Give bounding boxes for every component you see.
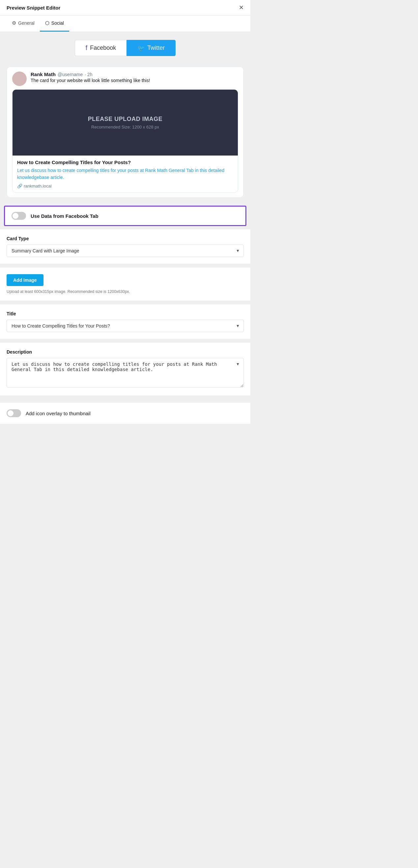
upload-placeholder-text: PLEASE UPLOAD IMAGE — [88, 116, 163, 123]
title-input[interactable] — [7, 320, 244, 332]
description-input-wrapper: ▼ — [7, 358, 244, 389]
use-facebook-data-label: Use Data from Facebook Tab — [31, 213, 98, 219]
use-facebook-data-row: Use Data from Facebook Tab — [4, 206, 246, 226]
add-icon-overlay-toggle[interactable] — [7, 409, 21, 417]
toggle-slider — [11, 212, 26, 220]
description-label: Description — [7, 349, 244, 354]
divider-1 — [0, 226, 250, 229]
tweet-image-placeholder: PLEASE UPLOAD IMAGE Recommended Size: 12… — [12, 90, 238, 156]
use-facebook-data-toggle[interactable] — [11, 212, 26, 220]
tweet-card-title: How to Create Compelling Titles for Your… — [17, 159, 233, 165]
divider-5 — [0, 396, 250, 399]
tweet-preview-area: Rank Math @username · 2h The card for yo… — [0, 61, 250, 206]
tab-social[interactable]: ⬡ Social — [40, 16, 69, 32]
avatar — [12, 71, 27, 86]
header-title: Preview Snippet Editor — [7, 5, 60, 10]
tweet-meta: Rank Math @username · 2h The card for yo… — [31, 71, 238, 83]
tabs-bar: ⚙ General ⬡ Social — [0, 16, 250, 32]
tweet-user-name: Rank Math — [31, 71, 56, 77]
title-label: Title — [7, 311, 244, 316]
add-icon-overlay-label: Add icon overlay to thumbnail — [26, 411, 91, 416]
title-block: Title ▼ — [0, 305, 250, 339]
tweet-user-line: Rank Math @username · 2h — [31, 71, 238, 77]
add-image-hint: Upload at least 600x315px image. Recomme… — [7, 289, 244, 294]
facebook-label: Facebook — [90, 44, 116, 52]
header: Preview Snippet Editor ✕ — [0, 0, 250, 16]
card-type-block: Card Type Summary Card Summary Card with… — [0, 229, 250, 264]
close-button[interactable]: ✕ — [239, 5, 244, 10]
divider-2 — [0, 264, 250, 268]
twitter-label: Twitter — [147, 44, 165, 52]
description-chevron-icon: ▼ — [236, 362, 240, 367]
add-icon-overlay-row: Add icon overlay to thumbnail — [0, 403, 250, 424]
add-image-block: Add Image Upload at least 600x315px imag… — [0, 268, 250, 301]
tweet-header: Rank Math @username · 2h The card for yo… — [12, 71, 238, 86]
add-image-button[interactable]: Add Image — [7, 274, 43, 286]
tab-general-label: General — [18, 21, 35, 26]
divider-4 — [0, 339, 250, 343]
tab-general[interactable]: ⚙ General — [7, 16, 40, 32]
tweet-text: The card for your website will look litt… — [31, 78, 238, 83]
description-block: Description ▼ — [0, 343, 250, 396]
twitter-icon: 🐦 — [137, 44, 144, 52]
social-toggle-group: f Facebook 🐦 Twitter — [0, 32, 250, 61]
tweet-card-url: 🔗 rankmath.local — [17, 184, 233, 188]
general-icon: ⚙ — [12, 20, 16, 26]
card-type-label: Card Type — [7, 236, 244, 241]
card-type-select[interactable]: Summary Card Summary Card with Large Ima… — [7, 245, 244, 257]
tweet-username: @username — [58, 72, 83, 77]
link-icon: 🔗 — [17, 184, 22, 188]
tweet-card: Rank Math @username · 2h The card for yo… — [7, 67, 244, 198]
description-textarea[interactable] — [7, 358, 244, 388]
tweet-card-url-text: rankmath.local — [24, 184, 52, 188]
icon-overlay-slider — [7, 409, 21, 417]
divider-3 — [0, 301, 250, 305]
social-icon: ⬡ — [45, 20, 50, 26]
tweet-card-desc: Let us discuss how to create compelling … — [17, 167, 233, 181]
tweet-image-card: PLEASE UPLOAD IMAGE Recommended Size: 12… — [12, 89, 238, 193]
tab-social-label: Social — [52, 21, 64, 26]
facebook-icon: f — [86, 44, 88, 52]
card-type-select-wrapper: Summary Card Summary Card with Large Ima… — [7, 245, 244, 257]
facebook-tab-button[interactable]: f Facebook — [75, 40, 127, 56]
tweet-time: · 2h — [85, 72, 92, 77]
twitter-tab-button[interactable]: 🐦 Twitter — [127, 40, 175, 56]
title-input-wrapper: ▼ — [7, 320, 244, 332]
upload-size-hint: Recommended Size: 1200 x 628 px — [91, 125, 159, 129]
tweet-card-info: How to Create Compelling Titles for Your… — [12, 156, 238, 192]
title-chevron-icon: ▼ — [236, 323, 240, 328]
